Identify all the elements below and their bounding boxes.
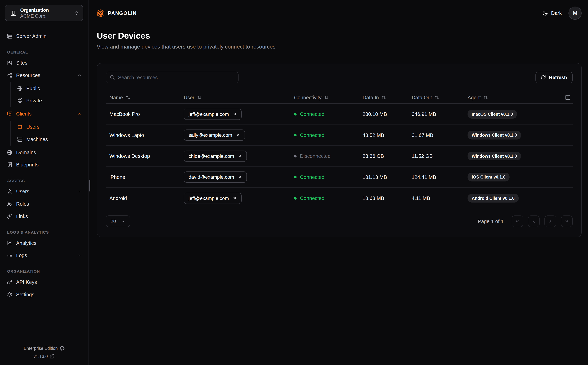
org-selector-value: ACME Corp. [20,13,74,19]
search-input[interactable] [118,75,234,80]
topbar: PANGOLIN Dark M [88,0,588,26]
sidebar-item-roles[interactable]: Roles [2,198,83,210]
org-selector[interactable]: Organization ACME Corp. [5,5,83,21]
sidebar-item-label: Server Admin [16,33,83,39]
user-link-button[interactable]: sally@example.com [184,129,245,141]
page-subtitle: View and manage devices that users use t… [97,44,582,50]
data-out: 4.11 MB [408,195,464,201]
sidebar-item-links[interactable]: Links [2,210,83,223]
status-dot [294,155,297,157]
sidebar-item-label: Sites [16,60,83,66]
refresh-button[interactable]: Refresh [535,72,573,83]
sidebar-item-api-keys[interactable]: API Keys [2,276,83,288]
page-size-select[interactable]: 20 [106,216,130,227]
clients-subnav: Users Machines [10,121,83,145]
sidebar-item-clients[interactable]: Clients [2,108,83,120]
sidebar-item-private[interactable]: Private [15,95,83,107]
user-icon [7,189,12,194]
device-name: Windows Lapto [106,132,180,138]
brand-name: PANGOLIN [108,10,137,16]
column-header-user[interactable]: User [180,95,290,100]
sidebar-item-label: Users [16,189,77,194]
data-out: 346.91 MB [408,111,464,117]
agent-badge: Android Client v0.1.0 [467,194,519,203]
sites-icon [7,60,12,65]
org-selector-label: Organization [20,7,74,13]
sort-icon [483,95,488,100]
column-header-data-out[interactable]: Data Out [408,95,464,100]
resources-icon [7,73,12,78]
next-page-button[interactable] [545,216,556,227]
sidebar-item-label: Machines [26,136,83,142]
sidebar-item-server-admin[interactable]: Server Admin [2,30,83,42]
sidebar-resize-handle[interactable] [89,180,90,191]
agent-badge: iOS Client v0.1.0 [467,173,509,182]
sidebar-footer: Enterprise Edition v1.13.0 [0,346,88,362]
status-dot [294,197,297,200]
sidebar-item-domains[interactable]: Domains [2,146,83,159]
last-page-button[interactable] [561,216,573,227]
laptop-icon [17,124,22,129]
status-dot [294,134,297,136]
data-out: 124.41 MB [408,174,464,180]
sidebar-item-label: Roles [16,201,83,207]
arrow-up-right-icon [237,154,242,158]
user-link-button[interactable]: chloe@example.com [184,151,247,162]
building-icon [11,10,17,16]
chevron-up-icon [77,112,82,116]
sidebar-item-users[interactable]: Users [2,185,83,198]
column-header-name[interactable]: Name [106,95,180,100]
sidebar-item-sites[interactable]: Sites [2,57,83,69]
theme-toggle[interactable]: Dark [542,10,562,16]
toggle-columns-button[interactable] [564,93,572,102]
column-header-connectivity[interactable]: Connectivity [290,95,359,100]
sidebar-item-logs[interactable]: Logs [2,249,83,262]
sidebar-item-machines[interactable]: Machines [15,133,83,146]
sort-icon [126,95,130,100]
card-footer: 20 Page 1 of 1 [97,209,581,227]
sidebar-item-resources[interactable]: Resources [2,69,83,82]
sidebar-item-analytics[interactable]: Analytics [2,237,83,249]
edition-row[interactable]: Enterprise Edition [0,346,88,351]
gear-icon [7,292,12,297]
connectivity-status: Connected [294,132,324,138]
previous-page-button[interactable] [528,216,540,227]
section-label-logs-analytics: LOGS & ANALYTICS [7,230,83,235]
sidebar-item-label: Resources [16,72,77,78]
sidebar-item-label: Domains [16,149,83,155]
sidebar-item-label: Public [26,85,83,91]
column-header-data-in[interactable]: Data In [359,95,408,100]
sidebar: Organization ACME Corp. Server Admin GEN… [0,0,88,365]
page-content: User Devices View and manage devices tha… [88,26,588,237]
sidebar-item-clients-users[interactable]: Users [15,121,83,133]
card-toolbar: Refresh [97,72,581,83]
user-link-button[interactable]: david@example.com [184,171,247,183]
first-page-button[interactable] [512,216,523,227]
brand[interactable]: PANGOLIN [96,9,137,17]
arrow-up-right-icon [232,112,237,116]
sidebar-item-label: Blueprints [16,162,83,168]
user-link-button[interactable]: jeff@example.com [184,193,242,204]
logs-icon [7,253,12,258]
table-header-row: Name User Connectivity Data In [106,91,573,104]
server-icon [7,34,12,39]
chevron-down-icon [77,189,82,194]
user-link-button[interactable]: jeff@example.com [184,109,242,120]
sidebar-item-blueprints[interactable]: Blueprints [2,159,83,171]
sidebar-item-label: Private [26,98,83,104]
page-info: Page 1 of 1 [478,218,504,224]
device-name: iPhone [106,174,180,180]
sidebar-item-settings[interactable]: Settings [2,288,83,301]
sidebar-nav: Server Admin GENERAL Sites Resources Pub… [0,26,88,365]
chevron-up-icon [77,73,82,77]
version-row[interactable]: v1.13.0 [0,354,88,359]
column-header-agent[interactable]: Agent [464,95,573,100]
devices-card: Refresh Name User Conn [97,63,582,237]
avatar[interactable]: M [568,7,582,20]
chevron-left-icon [531,219,536,224]
table-row: MacBook Pro jeff@example.com Connected 2… [106,104,573,125]
globe-icon [7,150,12,155]
chevrons-left-icon [515,219,520,224]
sidebar-item-public[interactable]: Public [15,82,83,95]
sidebar-item-label: Logs [16,253,77,258]
